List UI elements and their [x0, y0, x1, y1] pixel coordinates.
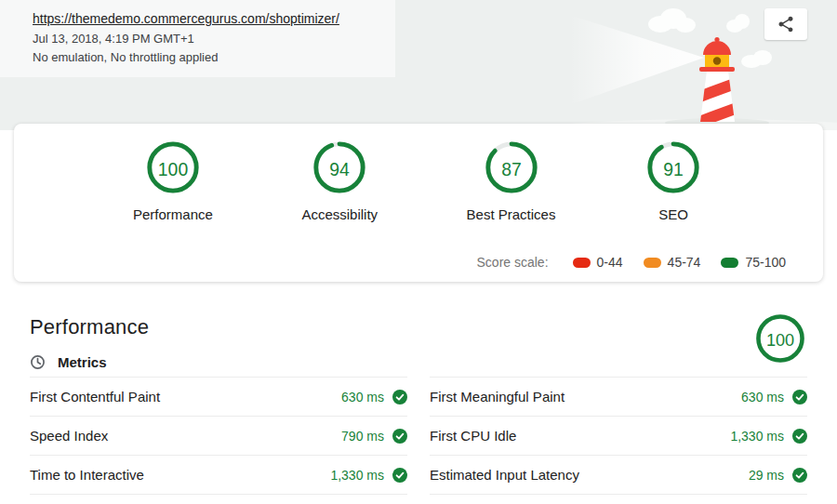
- metric-value: 1,330 ms: [330, 468, 384, 483]
- score-scale: Score scale: 0-4445-7475-100: [477, 255, 786, 270]
- light-beam: [569, 15, 704, 105]
- scale-range: 45-74: [644, 255, 701, 270]
- metric-label: Estimated Input Latency: [430, 467, 579, 483]
- metrics-column-left: First Contentful Paint630 ms Speed Index…: [30, 377, 407, 495]
- lighthouse-icon: [696, 37, 738, 129]
- check-circle-icon: [392, 468, 407, 483]
- score-gauge-best-practices[interactable]: 87 Best Practices: [467, 139, 556, 222]
- score-gauge-performance[interactable]: 100 Performance: [133, 139, 213, 222]
- svg-text:91: 91: [663, 159, 684, 179]
- metric-row: First Meaningful Paint630 ms: [430, 378, 807, 417]
- svg-text:94: 94: [329, 159, 350, 179]
- svg-text:87: 87: [501, 159, 522, 179]
- metrics-header-label: Metrics: [58, 354, 107, 370]
- score-gauge-label: Best Practices: [467, 206, 556, 222]
- gauge-ring: 87: [483, 139, 540, 196]
- svg-text:100: 100: [766, 331, 794, 350]
- metric-row: Estimated Input Latency29 ms: [430, 456, 807, 495]
- gauge-ring: 100: [753, 312, 807, 365]
- scale-pill-icon: [644, 258, 661, 268]
- metric-value: 630 ms: [741, 390, 784, 405]
- performance-section: Performance 100 Metrics First Contentful…: [0, 312, 837, 495]
- metric-value: 630 ms: [341, 390, 384, 405]
- performance-title: Performance: [30, 315, 149, 339]
- metrics-column-right: First Meaningful Paint630 ms First CPU I…: [430, 377, 807, 495]
- scale-range-label: 45-74: [668, 255, 701, 270]
- metrics-grid: First Contentful Paint630 ms Speed Index…: [30, 377, 807, 495]
- scale-pill-icon: [573, 258, 591, 268]
- score-scale-ranges: 0-4445-7475-100: [573, 255, 786, 270]
- scale-range: 0-44: [573, 255, 623, 270]
- metrics-header: Metrics: [30, 354, 807, 370]
- gauge-ring: 100: [144, 139, 202, 196]
- gauge-ring: 91: [644, 139, 702, 196]
- scale-range-label: 75-100: [745, 255, 786, 270]
- svg-text:100: 100: [158, 159, 189, 179]
- gauge-ring: 94: [311, 139, 368, 196]
- score-gauge-label: SEO: [658, 206, 688, 222]
- check-circle-icon: [792, 429, 807, 444]
- metric-label: Time to Interactive: [30, 467, 144, 483]
- metric-label: Speed Index: [30, 428, 108, 444]
- metric-value: 790 ms: [341, 429, 384, 444]
- score-gauge-accessibility[interactable]: 94 Accessibility: [301, 139, 378, 222]
- score-gauge-label: Performance: [133, 206, 213, 222]
- check-circle-icon: [792, 468, 807, 483]
- scale-pill-icon: [721, 258, 738, 268]
- metric-label: First Contentful Paint: [30, 389, 160, 405]
- timer-icon: [30, 354, 46, 370]
- metric-row: Time to Interactive1,330 ms: [30, 456, 407, 495]
- metric-value: 1,330 ms: [730, 429, 784, 444]
- performance-score-gauge: 100: [753, 312, 807, 369]
- check-circle-icon: [392, 429, 407, 444]
- report-metadata: https://themedemo.commercegurus.com/shop…: [0, 0, 395, 77]
- check-circle-icon: [392, 390, 407, 405]
- report-emulation: No emulation, No throttling applied: [33, 50, 377, 64]
- cloud-icon: [648, 8, 772, 68]
- score-scale-label: Score scale:: [477, 255, 549, 270]
- share-button[interactable]: [764, 8, 807, 40]
- metric-label: First Meaningful Paint: [430, 389, 565, 405]
- score-gauges: 100 Performance 94 Accessibility 87 Best…: [14, 124, 823, 222]
- scale-range-label: 0-44: [597, 255, 623, 270]
- report-banner: https://themedemo.commercegurus.com/shop…: [0, 0, 837, 130]
- scale-range: 75-100: [721, 255, 786, 270]
- metric-label: First CPU Idle: [430, 428, 516, 444]
- metric-row: First CPU Idle1,330 ms: [430, 417, 807, 456]
- report-timestamp: Jul 13, 2018, 4:19 PM GMT+1: [33, 32, 377, 46]
- share-icon: [777, 15, 795, 33]
- scores-card: 100 Performance 94 Accessibility 87 Best…: [14, 124, 823, 282]
- score-gauge-seo[interactable]: 91 SEO: [644, 139, 702, 222]
- report-url[interactable]: https://themedemo.commercegurus.com/shop…: [33, 11, 339, 26]
- metric-row: Speed Index790 ms: [30, 417, 407, 456]
- metric-row: First Contentful Paint630 ms: [30, 378, 407, 417]
- score-gauge-label: Accessibility: [301, 206, 378, 222]
- check-circle-icon: [792, 390, 807, 405]
- metric-value: 29 ms: [749, 468, 784, 483]
